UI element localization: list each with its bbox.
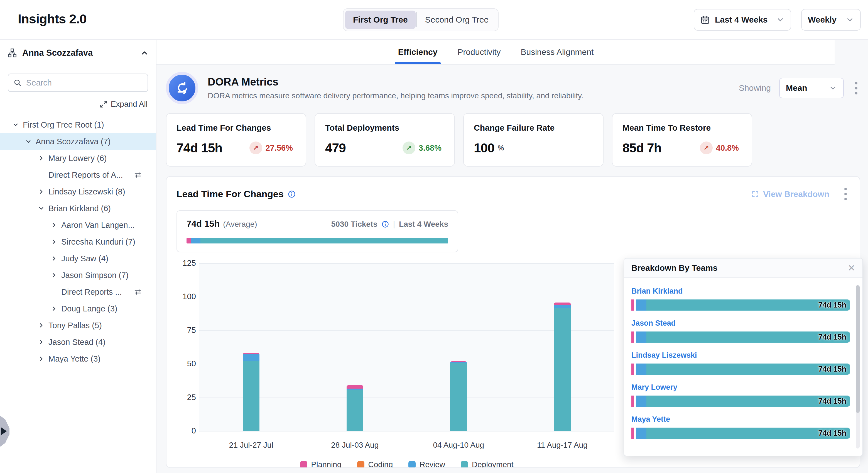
summary-segment-planning (187, 238, 191, 243)
team-item-maya-yette: Maya Yette 74d 15h (631, 415, 850, 439)
chevron-right-icon[interactable] (38, 355, 44, 362)
chevron-right-icon[interactable] (38, 155, 44, 161)
tree-item-label: Brian Kirkland (6) (49, 204, 111, 213)
chevron-down-icon[interactable] (12, 121, 19, 128)
tree-item-maya-yette-3[interactable]: Maya Yette (3) (0, 350, 156, 367)
chevron-down-icon[interactable] (25, 138, 32, 145)
metric-card-value: 85d 7h (622, 140, 661, 155)
y-axis-tick-label: 50 (177, 359, 196, 368)
filter-icon[interactable] (134, 171, 142, 179)
tree-item-label: Direct Reports of A... (49, 171, 123, 180)
tree-item-brian-kirkland-6[interactable]: Brian Kirkland (6) (0, 200, 156, 217)
sidebar-collapse-handle[interactable] (0, 416, 9, 447)
tab-bar: EfficiencyProductivityBusiness Alignment (124, 40, 835, 65)
team-segment-review (636, 331, 646, 343)
team-stacked-bar: 74d 15h (631, 427, 850, 439)
chevron-right-icon[interactable] (51, 305, 57, 312)
chevron-right-icon[interactable] (51, 238, 57, 245)
team-name-link[interactable]: Jason Stead (631, 319, 850, 328)
tab-efficiency[interactable]: Efficiency (395, 40, 441, 64)
close-icon[interactable]: ✕ (848, 264, 855, 272)
team-name-link[interactable]: Lindsay Liszewski (631, 351, 850, 360)
tree-item-judy-saw-4[interactable]: Judy Saw (4) (0, 250, 156, 267)
chevron-right-icon[interactable] (38, 322, 44, 329)
chevron-down-icon (776, 16, 784, 24)
dora-kebab-menu[interactable] (852, 80, 860, 96)
expand-corners-icon (751, 190, 759, 198)
legend-item-review: Review (408, 460, 445, 468)
bar-segment-planning (554, 302, 571, 305)
tree-item-anna-scozzafava-7[interactable]: Anna Scozzafava (7) (0, 133, 156, 150)
chart-gridline (199, 263, 614, 264)
calendar-icon (701, 15, 710, 25)
chevron-down-icon[interactable] (38, 205, 44, 212)
legend-label: Deployment (472, 460, 513, 468)
stacked-bar-28-jul-03-aug[interactable] (347, 385, 363, 431)
tree-item-label: First Org Tree Root (1) (23, 120, 104, 129)
aggregation-select[interactable]: Mean (779, 78, 844, 98)
team-name-link[interactable]: Maya Yette (631, 415, 850, 424)
app-title: Insights 2.0 (18, 11, 87, 26)
tree-item-first-org-tree-root-1[interactable]: First Org Tree Root (1) (0, 116, 156, 133)
lead-time-kebab-menu[interactable] (842, 186, 849, 202)
metric-delta-badge: ↗ 40.8% (700, 142, 739, 154)
bar-segment-review (243, 354, 259, 361)
info-icon[interactable] (287, 190, 296, 198)
granularity-value: Weekly (808, 15, 841, 25)
tree-item-doug-lange-3[interactable]: Doug Lange (3) (0, 300, 156, 317)
team-stacked-bar: 74d 15h (631, 299, 850, 311)
panel-scrollbar-thumb[interactable] (856, 285, 860, 413)
legend-swatch (300, 461, 307, 468)
summary-stacked-bar (187, 238, 448, 243)
chevron-right-icon[interactable] (51, 272, 57, 278)
trend-up-arrow-icon: ↗ (403, 142, 415, 154)
tree-item-direct-reports[interactable]: Direct Reports ... (0, 284, 156, 300)
summary-value: 74d 15h (187, 219, 220, 229)
panel-scrollbar[interactable] (856, 285, 860, 448)
tree-item-sireesha-kunduri-7[interactable]: Sireesha Kunduri (7) (0, 233, 156, 250)
chevron-right-icon[interactable] (51, 255, 57, 262)
info-icon[interactable] (381, 220, 389, 228)
tree-item-lindsay-liszewski-8[interactable]: Lindsay Liszewski (8) (0, 183, 156, 200)
tree-item-label: Aaron Van Langen... (61, 220, 135, 230)
tree-item-jason-simpson-7[interactable]: Jason Simpson (7) (0, 267, 156, 284)
breakdown-panel-title: Breakdown By Teams (631, 263, 848, 273)
tree-item-direct-reports-of-a[interactable]: Direct Reports of A... (0, 167, 156, 183)
expand-all-button[interactable]: Expand All (0, 100, 156, 109)
team-segment-review (636, 395, 646, 407)
toggle-first-org-tree[interactable]: First Org Tree (345, 10, 415, 29)
stacked-bar-21-jul-27-jul[interactable] (243, 353, 259, 431)
dora-icon (166, 72, 198, 104)
view-breakdown-button[interactable]: View Breakdown (751, 189, 829, 199)
tab-productivity[interactable]: Productivity (454, 40, 504, 64)
stacked-bar-04-aug-10-aug[interactable] (450, 361, 467, 431)
collapse-sidebar-chevron-up-icon[interactable] (140, 49, 149, 57)
metric-card-value: 74d 15h (177, 140, 222, 155)
tree-item-jason-stead-4[interactable]: Jason Stead (4) (0, 334, 156, 350)
y-axis-tick-label: 25 (177, 393, 196, 402)
sidebar-user-name: Anna Scozzafava (22, 48, 135, 58)
search-input[interactable] (26, 78, 143, 87)
toggle-second-org-tree[interactable]: Second Org Tree (417, 10, 496, 29)
chevron-right-icon[interactable] (38, 339, 44, 346)
stacked-bar-11-aug-17-aug[interactable] (554, 302, 571, 431)
summary-segment-review (191, 238, 200, 243)
tree-item-label: Mary Lowery (6) (49, 154, 107, 163)
tree-item-mary-lowery-6[interactable]: Mary Lowery (6) (0, 150, 156, 167)
filter-icon[interactable] (134, 288, 142, 296)
summary-tickets: 5030 Tickets (331, 220, 377, 229)
tree-item-aaron-van-langen[interactable]: Aaron Van Langen... (0, 217, 156, 233)
granularity-select[interactable]: Weekly (801, 9, 861, 31)
team-segment-review (636, 299, 646, 311)
tab-business-alignment[interactable]: Business Alignment (517, 40, 597, 64)
dora-title: DORA Metrics (208, 76, 584, 88)
legend-label: Coding (368, 460, 393, 468)
chevron-right-icon[interactable] (38, 188, 44, 195)
search-icon (13, 79, 22, 87)
team-name-link[interactable]: Mary Lowery (631, 383, 850, 392)
tree-item-tony-pallas-5[interactable]: Tony Pallas (5) (0, 317, 156, 334)
team-name-link[interactable]: Brian Kirkland (631, 287, 850, 296)
tree-item-label: Direct Reports ... (61, 288, 122, 297)
chevron-right-icon[interactable] (51, 222, 57, 229)
date-range-select[interactable]: Last 4 Weeks (694, 9, 791, 31)
